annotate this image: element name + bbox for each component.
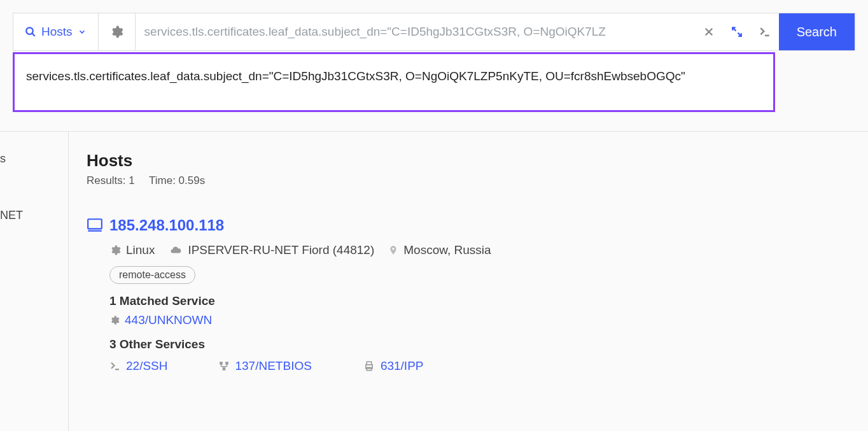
- service-ipp-link[interactable]: 631/IPP: [381, 359, 424, 373]
- sidebar-item-net[interactable]: NET: [0, 171, 68, 227]
- svg-rect-7: [88, 219, 102, 229]
- monitor-icon: [87, 217, 103, 234]
- results-panel: Hosts Results: 1 Time: 0.59s 185.248.100…: [69, 132, 868, 431]
- search-button[interactable]: Search: [779, 13, 855, 50]
- host-location-label: Moscow, Russia: [403, 243, 491, 257]
- scope-label: Hosts: [41, 25, 73, 39]
- gear-icon: [109, 315, 120, 325]
- location-pin-icon: [388, 244, 398, 257]
- matched-heading: 1 Matched Service: [109, 294, 868, 308]
- chevron-down-icon: [78, 27, 87, 36]
- svg-rect-10: [220, 362, 223, 365]
- printer-icon: [363, 360, 375, 372]
- clear-button[interactable]: [695, 13, 723, 50]
- search-bar: Hosts Search: [13, 13, 855, 51]
- other-heading: 3 Other Services: [109, 337, 868, 351]
- service-ssh-link[interactable]: 22/SSH: [126, 359, 167, 373]
- terminal-icon: [759, 25, 771, 38]
- search-icon: [25, 26, 36, 38]
- host-os-label: Linux: [126, 243, 155, 257]
- terminal-icon: [109, 360, 121, 372]
- host-tag[interactable]: remote-access: [109, 266, 195, 284]
- results-meta: Results: 1 Time: 0.59s: [87, 174, 868, 187]
- service-netbios-link[interactable]: 137/NETBIOS: [235, 359, 311, 373]
- settings-button[interactable]: [99, 13, 136, 50]
- sidebar: s NET: [0, 132, 69, 431]
- search-input[interactable]: [136, 13, 695, 50]
- host-asn: IPSERVER-RU-NET Fiord (44812): [169, 243, 374, 257]
- host-location: Moscow, Russia: [388, 243, 491, 257]
- expanded-query-box[interactable]: services.tls.certificates.leaf_data.subj…: [13, 52, 775, 112]
- host-ip-link[interactable]: 185.248.100.118: [109, 216, 224, 234]
- host-asn-label: IPSERVER-RU-NET Fiord (44812): [188, 243, 374, 257]
- sidebar-item-s[interactable]: s: [0, 147, 68, 171]
- svg-line-1: [32, 33, 35, 36]
- svg-rect-11: [226, 362, 229, 365]
- collapse-icon: [731, 26, 743, 38]
- svg-rect-12: [223, 367, 226, 371]
- cloud-icon: [169, 244, 183, 256]
- svg-rect-18: [367, 362, 372, 365]
- terminal-button[interactable]: [751, 13, 779, 50]
- close-icon: [703, 26, 715, 38]
- gear-icon: [109, 25, 123, 39]
- host-os: Linux: [109, 243, 155, 257]
- scope-dropdown[interactable]: Hosts: [13, 13, 99, 50]
- results-count: Results: 1: [87, 174, 135, 187]
- network-icon: [218, 360, 230, 372]
- svg-point-0: [26, 27, 33, 34]
- page-title: Hosts: [87, 151, 868, 171]
- results-time: Time: 0.59s: [149, 174, 205, 187]
- collapse-button[interactable]: [723, 13, 751, 50]
- gear-icon: [109, 244, 121, 256]
- matched-service-link[interactable]: 443/UNKNOWN: [125, 313, 212, 327]
